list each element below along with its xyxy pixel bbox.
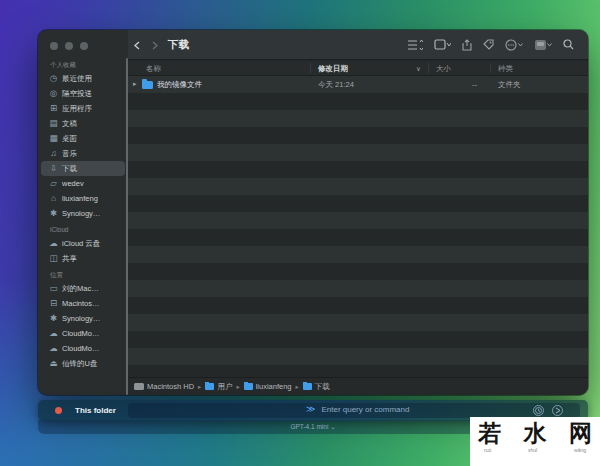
scope-button[interactable]: This folder	[75, 406, 116, 415]
folder-icon	[142, 81, 153, 89]
drive-icon: ⊟	[48, 299, 59, 308]
file-size: --	[472, 80, 477, 89]
watermark-title: 若 水 网	[478, 420, 592, 448]
sidebar-item-icloud-drive[interactable]: ☁iCloud 云盘	[41, 236, 125, 251]
sidebar-section-favorites: 个人收藏	[38, 59, 128, 71]
sidebar-item-home[interactable]: ⌂liuxianfeng	[41, 191, 125, 206]
sidebar-item-cloudmounter-1[interactable]: ☁CloudMo…	[41, 326, 125, 341]
laptop-icon: ▭	[48, 284, 59, 293]
history-button[interactable]	[533, 405, 544, 416]
scope-dot-icon	[55, 407, 62, 414]
back-button[interactable]	[128, 36, 146, 54]
sidebar-section-locations: 位置	[38, 269, 128, 281]
synology-icon: ✱	[48, 209, 59, 218]
home-icon: ⌂	[48, 194, 59, 203]
folder-icon	[244, 383, 253, 390]
desktop-icon: ▦	[48, 134, 59, 143]
document-icon: ▤	[48, 119, 59, 128]
sidebar-item-music[interactable]: ♫音乐	[41, 146, 125, 161]
sidebar-item-airdrop[interactable]: ◎隔空投送	[41, 86, 125, 101]
toolbar: 下载	[128, 30, 588, 60]
sidebar-section-icloud: iCloud	[38, 224, 128, 236]
sidebar-item-downloads[interactable]: ⇩下载	[41, 161, 125, 176]
file-date: 今天 21:24	[318, 80, 354, 90]
zoom-button[interactable]	[80, 42, 88, 50]
folder-icon: ▱	[48, 179, 59, 188]
minimize-button[interactable]	[65, 42, 73, 50]
traffic-lights	[38, 38, 128, 56]
sidebar-item-shared[interactable]: ◫共享	[41, 251, 125, 266]
sidebar: 个人收藏 ◷最近使用 ◎隔空投送 ⊞应用程序 ▤文稿 ▦桌面 ♫音乐 ⇩下载 ▱…	[38, 30, 128, 395]
sidebar-item-documents[interactable]: ▤文稿	[41, 116, 125, 131]
file-list: ▸ 我的镜像文件 今天 21:24 -- 文件夹	[128, 76, 588, 377]
tag-icon[interactable]	[483, 39, 494, 50]
sidebar-item-cloudmounter-2[interactable]: ☁CloudMo…	[41, 341, 125, 356]
sidebar-item-wedev[interactable]: ▱wedev	[41, 176, 125, 191]
column-size[interactable]: 大小	[436, 64, 451, 74]
drive-icon	[134, 383, 144, 390]
airdrop-icon: ◎	[48, 89, 59, 98]
sidebar-item-mac[interactable]: ▭刘的Mac…	[41, 281, 125, 296]
sidebar-item-desktop[interactable]: ▦桌面	[41, 131, 125, 146]
path-crumb-users[interactable]: 用户	[194, 382, 232, 392]
main-area: 下载	[128, 30, 588, 395]
window-title: 下载	[168, 38, 189, 52]
file-row[interactable]: ▸ 我的镜像文件 今天 21:24 -- 文件夹	[128, 76, 588, 93]
prompt-chevrons-icon: ≫	[306, 404, 315, 414]
search-icon[interactable]	[563, 39, 574, 50]
sidebar-item-usb-drive[interactable]: ⏏仙锋的U盘	[41, 356, 125, 371]
path-crumb-macintosh-hd[interactable]: Macintosh HD	[134, 382, 194, 391]
file-name: 我的镜像文件	[157, 80, 202, 90]
cloud-icon: ☁	[48, 239, 59, 248]
path-bar: Macintosh HD 用户 liuxianfeng 下载	[128, 377, 588, 395]
file-kind: 文件夹	[498, 80, 521, 90]
view-list-icon[interactable]	[407, 39, 423, 51]
sort-chevron-icon[interactable]: ∨	[416, 65, 421, 73]
finder-window: 个人收藏 ◷最近使用 ◎隔空投送 ⊞应用程序 ▤文稿 ▦桌面 ♫音乐 ⇩下载 ▱…	[38, 30, 588, 395]
disclosure-triangle-icon[interactable]: ▸	[133, 80, 137, 88]
group-by-icon[interactable]	[434, 39, 451, 50]
path-crumb-user-home[interactable]: liuxianfeng	[232, 382, 291, 391]
watermark: 若 水 网 ruò shuǐ wǎng	[470, 417, 600, 466]
sidebar-item-synology-location[interactable]: ✱Synology…	[41, 311, 125, 326]
download-icon: ⇩	[48, 164, 59, 173]
shared-icon: ◫	[48, 254, 59, 263]
column-date-modified[interactable]: 修改日期	[318, 64, 348, 74]
folder-icon	[205, 383, 214, 390]
applications-icon: ⊞	[48, 104, 59, 113]
share-icon[interactable]	[462, 39, 472, 51]
run-button[interactable]	[552, 405, 563, 416]
command-input[interactable]	[321, 405, 481, 414]
close-button[interactable]	[50, 42, 58, 50]
desktop: { "colors": { "folder_blue": "#3f9de9", …	[0, 0, 600, 466]
folder-icon	[303, 383, 312, 390]
sidebar-item-macintosh-hd[interactable]: ⊟Macintos…	[41, 296, 125, 311]
music-icon: ♫	[48, 149, 59, 158]
extension-icon[interactable]	[534, 39, 552, 51]
more-actions-icon[interactable]	[505, 39, 523, 51]
column-headers: 名称 修改日期 ∨ 大小 种类	[128, 61, 588, 76]
path-crumb-downloads[interactable]: 下载	[292, 382, 330, 392]
forward-button[interactable]	[146, 36, 164, 54]
server-icon: ✱	[48, 314, 59, 323]
clock-icon: ◷	[48, 74, 59, 83]
cloud-drive-icon: ☁	[48, 344, 59, 353]
column-kind[interactable]: 种类	[498, 64, 513, 74]
sidebar-item-applications[interactable]: ⊞应用程序	[41, 101, 125, 116]
usb-eject-icon: ⏏	[48, 359, 59, 368]
cloud-drive-icon: ☁	[48, 329, 59, 338]
model-selector[interactable]: GPT-4.1 mini ⌄	[290, 423, 335, 431]
column-name[interactable]: 名称	[146, 64, 161, 74]
sidebar-item-synology[interactable]: ✱Synology…	[41, 206, 125, 221]
sidebar-item-recents[interactable]: ◷最近使用	[41, 71, 125, 86]
